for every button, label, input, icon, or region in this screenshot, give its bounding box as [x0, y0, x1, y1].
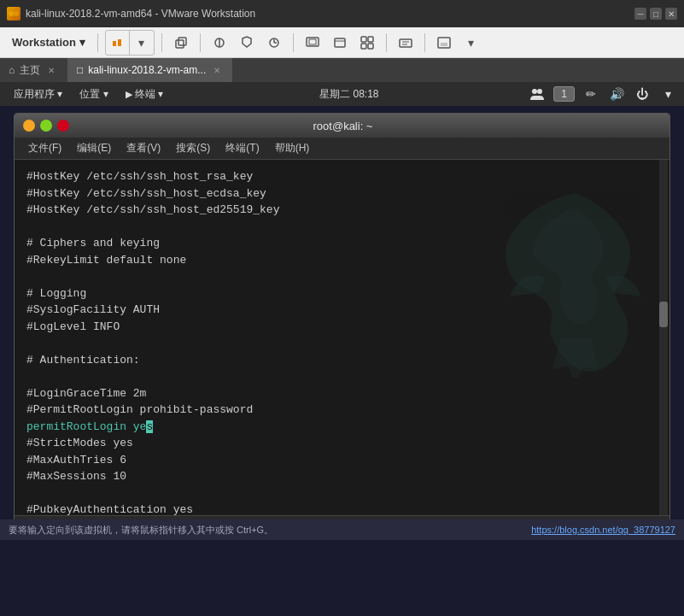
separator-4 [293, 33, 294, 52]
separator-6 [424, 33, 425, 52]
separator-5 [386, 33, 387, 52]
terminal-scrollbar[interactable] [659, 160, 668, 515]
zoom-btn[interactable] [432, 31, 456, 55]
vmware-toolbar: Workstation ▾ ▾ [0, 27, 684, 58]
title-bar-left: kali-linux-2018.2-vm-amd64 - VMware Work… [7, 7, 255, 21]
kali-app-menu[interactable]: 应用程序 ▾ [7, 85, 69, 104]
maximize-button[interactable]: □ [650, 8, 662, 20]
kali-watermark [499, 185, 652, 356]
vm-tab-icon: □ [77, 64, 83, 76]
svg-rect-15 [368, 37, 373, 42]
separator-2 [161, 33, 162, 52]
bottom-status-bar: 要将输入定向到该虚拟机，请将鼠标指针移入其中或按 Ctrl+G。 https:/… [0, 519, 684, 540]
kali-menu-right: 1 ✏ 🔊 ⏻ ▾ [528, 85, 677, 103]
location-menu-arrow: ▾ [103, 88, 108, 100]
workstation-menu[interactable]: Workstation ▾ [7, 32, 91, 52]
svg-rect-12 [309, 39, 316, 44]
tab-vm-label: kali-linux-2018.2-vm-am... [88, 64, 206, 76]
tab-home-label: 主页 [20, 63, 40, 78]
vm-area: root@kali: ~ 文件(F) 编辑(E) 查看(V) 搜索(S) 终端(… [0, 113, 684, 540]
term-close-btn[interactable] [57, 120, 69, 132]
terminal-menu-help[interactable]: 帮助(H) [268, 139, 317, 157]
power-dropdown[interactable]: ▾ [130, 31, 154, 55]
tab-bar: ⌂ 主页 ✕ □ kali-linux-2018.2-vm-am... ✕ [0, 58, 684, 82]
vm-settings-btn[interactable] [301, 31, 324, 55]
svg-point-24 [537, 89, 542, 94]
terminal-menu-terminal[interactable]: 终端(T) [219, 139, 266, 157]
zoom-dropdown[interactable]: ▾ [459, 31, 483, 55]
tab-vm-close[interactable]: ✕ [211, 64, 223, 76]
svg-rect-14 [361, 37, 366, 42]
svg-point-23 [532, 89, 537, 94]
svg-rect-2 [113, 41, 116, 46]
terminal-title-bar: root@kali: ~ [15, 114, 669, 138]
terminal-icon-small: ▶ [126, 89, 132, 99]
kali-terminal-menu[interactable]: ▶ 终端 ▾ [119, 85, 171, 104]
app-menu-label: 应用程序 [14, 88, 55, 100]
snap2-btn[interactable] [235, 31, 259, 55]
power-icon[interactable]: ⏻ [633, 85, 652, 103]
restore-btn[interactable] [169, 31, 193, 55]
terminal-menu-label: 终端 [135, 88, 155, 100]
kali-location-menu[interactable]: 位置 ▾ [73, 85, 114, 104]
workstation-label: Workstation [12, 36, 76, 49]
svg-rect-16 [361, 44, 366, 49]
settings-dropdown-icon[interactable]: ▾ [658, 85, 677, 103]
snap-btn[interactable] [208, 31, 231, 55]
pen-icon[interactable]: ✏ [582, 85, 600, 103]
terminal-menu-arrow: ▾ [158, 88, 163, 100]
svg-point-1 [14, 11, 19, 16]
terminal-content[interactable]: #HostKey /etc/ssh/ssh_host_rsa_key #Host… [15, 160, 669, 515]
power-controls: ▾ [105, 30, 155, 56]
title-bar: kali-linux-2018.2-vm-amd64 - VMware Work… [0, 0, 684, 27]
bottom-status-right-link[interactable]: https://blog.csdn.net/qq_38779127 [531, 525, 675, 535]
send-keys-btn[interactable] [394, 31, 418, 55]
svg-rect-3 [118, 39, 121, 46]
terminal-menu-file[interactable]: 文件(F) [21, 139, 68, 157]
svg-rect-18 [400, 39, 412, 47]
app-menu-arrow: ▾ [57, 88, 62, 100]
tab-vm[interactable]: □ kali-linux-2018.2-vm-am... ✕ [68, 58, 232, 82]
tab-home[interactable]: ⌂ 主页 ✕ [0, 58, 68, 82]
svg-rect-4 [176, 40, 184, 48]
terminal-window: root@kali: ~ 文件(F) 编辑(E) 查看(V) 搜索(S) 终端(… [14, 113, 670, 540]
separator-1 [97, 33, 98, 52]
kali-menu-bar: 应用程序 ▾ 位置 ▾ ▶ 终端 ▾ 星期二 08:18 1 ✏ 🔊 ⏻ ▾ [0, 82, 684, 106]
workstation-dropdown-arrow[interactable]: ▾ [79, 36, 85, 49]
term-maximize-btn[interactable] [40, 120, 52, 132]
terminal-title-btns [23, 120, 69, 132]
location-menu-label: 位置 [79, 88, 100, 100]
full-screen-btn[interactable] [328, 31, 352, 55]
bottom-status-left-text: 要将输入定向到该虚拟机，请将鼠标指针移入其中或按 Ctrl+G。 [9, 524, 531, 537]
volume-icon[interactable]: 🔊 [607, 85, 626, 103]
terminal-title: root@kali: ~ [313, 120, 373, 132]
close-button[interactable]: ✕ [665, 8, 677, 20]
svg-rect-22 [441, 43, 447, 46]
vmware-icon [7, 7, 20, 21]
snap3-btn[interactable] [262, 31, 286, 55]
kali-datetime: 星期二 08:18 [319, 87, 378, 102]
terminal-menu-edit[interactable]: 编辑(E) [70, 139, 118, 157]
svg-rect-13 [335, 38, 345, 47]
unity-btn[interactable] [355, 31, 379, 55]
separator-3 [200, 33, 201, 52]
workspace-badge[interactable]: 1 [553, 86, 575, 102]
tab-home-close[interactable]: ✕ [45, 64, 57, 76]
terminal-menu-search[interactable]: 搜索(S) [169, 139, 217, 157]
window-title: kali-linux-2018.2-vm-amd64 - VMware Work… [26, 8, 255, 20]
users-icon[interactable] [528, 85, 547, 103]
title-bar-controls: ─ □ ✕ [634, 8, 677, 20]
svg-point-0 [9, 11, 14, 16]
minimize-button[interactable]: ─ [634, 8, 646, 20]
svg-rect-5 [178, 38, 186, 45]
terminal-scrollbar-thumb[interactable] [659, 302, 668, 327]
power-btn[interactable] [106, 31, 130, 55]
terminal-menu-view[interactable]: 查看(V) [120, 139, 167, 157]
terminal-menu: 文件(F) 编辑(E) 查看(V) 搜索(S) 终端(T) 帮助(H) [15, 138, 669, 160]
home-icon: ⌂ [9, 64, 15, 76]
svg-rect-17 [368, 44, 373, 49]
term-minimize-btn[interactable] [23, 120, 35, 132]
